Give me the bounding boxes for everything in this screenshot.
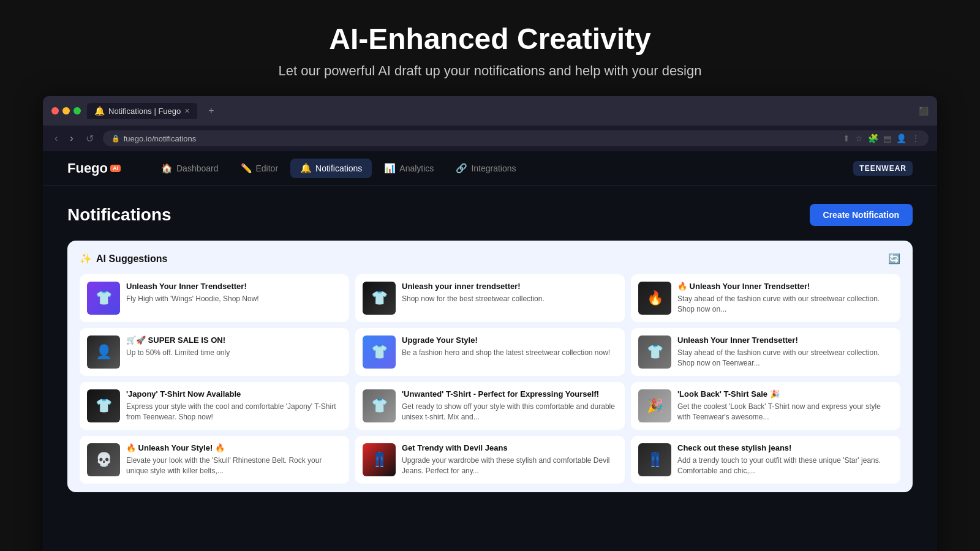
suggestion-9-thumb: 🎉 (638, 389, 671, 422)
suggestion-5-thumb: 👕 (363, 335, 396, 369)
suggestion-4-thumb: 👤 (87, 335, 120, 369)
minimize-button[interactable] (62, 107, 70, 114)
nav-links: 🏠 Dashboard ✏️ Editor 🔔 Notifications 📊 … (151, 159, 853, 178)
suggestion-6-title: Unleash Your Inner Trendsetter! (677, 335, 893, 346)
maximize-button[interactable] (74, 107, 81, 114)
suggestion-7-desc: Express your style with the cool and com… (126, 402, 342, 422)
nav-editor[interactable]: ✏️ Editor (231, 159, 288, 178)
browser-addressbar: ‹ › ↺ 🔒 fuego.io/notifications ⬆ ☆ 🧩 ▤ 👤… (43, 126, 937, 151)
suggestion-11[interactable]: 👖 Get Trendy with Devil Jeans Upgrade yo… (355, 436, 625, 484)
suggestion-10-title: 🔥 Unleash Your Style! 🔥 (126, 443, 342, 454)
suggestion-10-text: 🔥 Unleash Your Style! 🔥 Elevate your loo… (126, 443, 342, 476)
suggestion-10[interactable]: 💀 🔥 Unleash Your Style! 🔥 Elevate your l… (80, 436, 349, 484)
ai-suggestions-card: ✨ AI Suggestions 🔄 👕 Unleash Your Inner … (67, 241, 913, 492)
titlebar-controls: ⬛ (919, 107, 929, 116)
page-header: Notifications Create Notification (67, 204, 913, 226)
hero-title: AI-Enhanced Creativity (12, 22, 968, 56)
suggestion-2-desc: Shop now for the best streetwear collect… (402, 294, 617, 304)
suggestion-7-text: 'Japony' T-Shirt Now Available Express y… (126, 389, 342, 422)
integrations-icon: 🔗 (456, 163, 467, 174)
suggestion-12[interactable]: 👖 Check out these stylish jeans! Add a t… (631, 436, 900, 484)
suggestion-1[interactable]: 👕 Unleash Your Inner Trendsetter! Fly Hi… (80, 274, 349, 322)
sidebar-icon[interactable]: ▤ (883, 133, 891, 143)
suggestion-12-desc: Add a trendy touch to your outfit with t… (677, 455, 893, 476)
editor-icon: ✏️ (241, 163, 252, 174)
extensions-icon[interactable]: 🧩 (868, 133, 878, 143)
bookmark-icon[interactable]: ☆ (855, 133, 863, 143)
suggestion-4[interactable]: 👤 🛒🚀 SUPER SALE IS ON! Up to 50% off. Li… (80, 328, 349, 376)
address-bar-icons: ⬆ ☆ 🧩 ▤ 👤 ⋮ (843, 133, 920, 143)
nav-notifications[interactable]: 🔔 Notifications (290, 159, 372, 178)
suggestion-3-text: 🔥 Unleash Your Inner Trendsetter! Stay a… (677, 282, 893, 314)
browser-tab[interactable]: 🔔 Notifications | Fuego ✕ (87, 103, 197, 119)
nav-dashboard[interactable]: 🏠 Dashboard (151, 159, 228, 178)
lock-icon: 🔒 (111, 135, 120, 143)
tab-favicon: 🔔 (94, 106, 105, 116)
address-bar[interactable]: 🔒 fuego.io/notifications ⬆ ☆ 🧩 ▤ 👤 ⋮ (103, 130, 929, 146)
suggestion-6-text: Unleash Your Inner Trendsetter! Stay ahe… (677, 335, 893, 368)
suggestion-2-title: Unleash your inner trendsetter! (402, 282, 617, 292)
suggestion-11-desc: Upgrade your wardrobe with these stylish… (402, 455, 617, 476)
suggestion-6[interactable]: 👕 Unleash Your Inner Trendsetter! Stay a… (631, 328, 900, 376)
back-button[interactable]: ‹ (51, 132, 61, 145)
page-content: Notifications Create Notification ✨ AI S… (43, 186, 937, 511)
create-notification-button[interactable]: Create Notification (810, 204, 913, 226)
suggestion-3-desc: Stay ahead of the fashion curve with our… (677, 294, 893, 315)
suggestion-8-title: 'Unwanted' T-Shirt - Perfect for Express… (402, 389, 617, 400)
app-nav: FuegoAI 🏠 Dashboard ✏️ Editor 🔔 Notifica… (43, 151, 937, 186)
ai-sparkle-icon: ✨ (80, 253, 92, 264)
ai-card-header: ✨ AI Suggestions 🔄 (80, 253, 900, 264)
app-container: FuegoAI 🏠 Dashboard ✏️ Editor 🔔 Notifica… (43, 151, 937, 551)
suggestion-5-text: Upgrade Your Style! Be a fashion hero an… (402, 335, 617, 358)
share-icon[interactable]: ⬆ (843, 133, 850, 143)
new-tab-button[interactable]: + (203, 102, 219, 119)
tab-close-button[interactable]: ✕ (184, 107, 190, 115)
profile-icon[interactable]: 👤 (896, 133, 907, 143)
suggestion-4-desc: Up to 50% off. Limited time only (126, 348, 342, 358)
nav-user-badge[interactable]: TEENWEAR (853, 161, 913, 176)
page-title: Notifications (67, 205, 172, 225)
suggestion-8[interactable]: 👕 'Unwanted' T-Shirt - Perfect for Expre… (355, 382, 625, 430)
refresh-suggestions-button[interactable]: 🔄 (888, 253, 900, 264)
suggestion-1-desc: Fly High with 'Wings' Hoodie, Shop Now! (126, 294, 342, 304)
address-url: fuego.io/notifications (124, 134, 197, 143)
dashboard-icon: 🏠 (161, 163, 173, 174)
suggestions-grid: 👕 Unleash Your Inner Trendsetter! Fly Hi… (80, 274, 900, 484)
suggestion-11-thumb: 👖 (363, 443, 396, 476)
menu-icon[interactable]: ⋮ (911, 133, 920, 143)
browser-window: 🔔 Notifications | Fuego ✕ + ⬛ ‹ › ↺ 🔒 fu… (43, 96, 937, 551)
close-button[interactable] (51, 107, 59, 114)
suggestion-9-title: 'Look Back' T-Shirt Sale 🎉 (677, 389, 893, 400)
app-logo[interactable]: FuegoAI (67, 160, 121, 176)
suggestion-8-desc: Get ready to show off your style with th… (402, 402, 617, 422)
suggestion-5-title: Upgrade Your Style! (402, 335, 617, 346)
suggestion-5-desc: Be a fashion hero and shop the latest st… (402, 348, 617, 358)
suggestion-7-title: 'Japony' T-Shirt Now Available (126, 389, 342, 400)
logo-badge: AI (110, 165, 121, 172)
suggestion-8-thumb: 👕 (363, 389, 396, 422)
suggestion-7-thumb: 👕 (87, 389, 120, 422)
refresh-button[interactable]: ↺ (83, 132, 97, 146)
suggestion-2[interactable]: 👕 Unleash your inner trendsetter! Shop n… (355, 274, 625, 322)
suggestion-3[interactable]: 🔥 🔥 Unleash Your Inner Trendsetter! Stay… (631, 274, 900, 322)
suggestion-3-title: 🔥 Unleash Your Inner Trendsetter! (677, 282, 893, 292)
suggestion-9-text: 'Look Back' T-Shirt Sale 🎉 Get the coole… (677, 389, 893, 422)
forward-button[interactable]: › (67, 132, 76, 145)
suggestion-1-thumb: 👕 (87, 282, 120, 315)
suggestion-2-text: Unleash your inner trendsetter! Shop now… (402, 282, 617, 304)
nav-integrations[interactable]: 🔗 Integrations (446, 159, 526, 178)
ai-suggestions-title: ✨ AI Suggestions (80, 253, 167, 264)
suggestion-1-text: Unleash Your Inner Trendsetter! Fly High… (126, 282, 342, 304)
suggestion-7[interactable]: 👕 'Japony' T-Shirt Now Available Express… (80, 382, 349, 430)
nav-analytics[interactable]: 📊 Analytics (374, 159, 443, 178)
suggestion-10-desc: Elevate your look with the 'Skull' Rhine… (126, 455, 342, 476)
analytics-icon: 📊 (384, 163, 396, 174)
suggestion-3-thumb: 🔥 (638, 282, 671, 315)
suggestion-5[interactable]: 👕 Upgrade Your Style! Be a fashion hero … (355, 328, 625, 376)
logo-text: Fuego (67, 160, 108, 176)
traffic-lights (51, 107, 81, 114)
hero-subtitle: Let our powerful AI draft up your notifi… (12, 63, 968, 79)
suggestion-9[interactable]: 🎉 'Look Back' T-Shirt Sale 🎉 Get the coo… (631, 382, 900, 430)
suggestion-12-title: Check out these stylish jeans! (677, 443, 893, 454)
nav-analytics-label: Analytics (399, 163, 434, 173)
